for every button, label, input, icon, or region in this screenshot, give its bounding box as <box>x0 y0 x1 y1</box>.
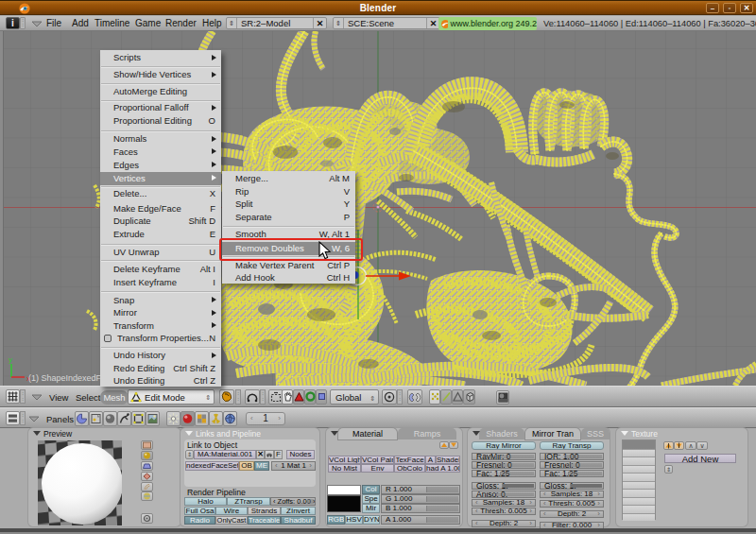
svg-text:y: y <box>9 355 12 364</box>
